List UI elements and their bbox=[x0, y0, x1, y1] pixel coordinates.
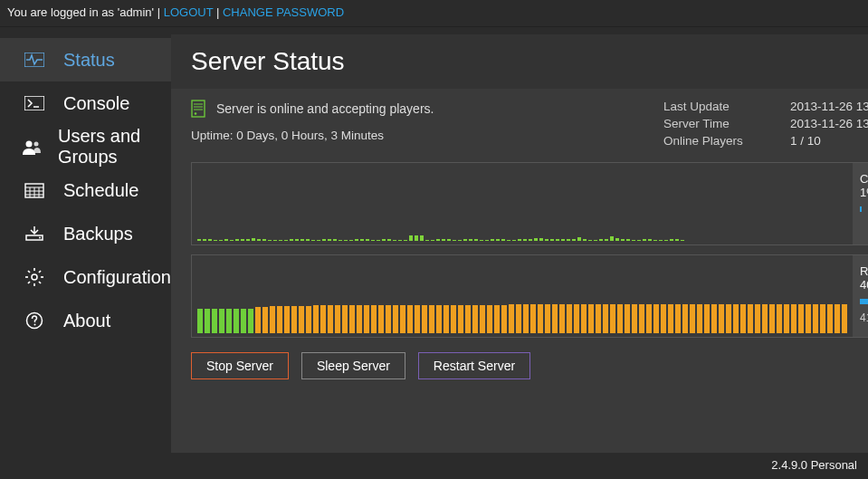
online-players-value: 1 / 10 bbox=[790, 134, 868, 148]
login-text-suffix: ' | bbox=[152, 5, 164, 19]
page-title: Server Status bbox=[191, 47, 345, 76]
last-update-value: 2013-11-26 13:27:29 bbox=[790, 100, 868, 113]
sidebar-item-schedule[interactable]: Schedule bbox=[0, 168, 171, 212]
sidebar-label-configuration: Configuration bbox=[63, 267, 171, 288]
svg-line-21 bbox=[39, 271, 41, 273]
ram-mini-bar bbox=[860, 299, 868, 304]
stop-server-button[interactable]: Stop Server bbox=[191, 352, 289, 379]
svg-point-14 bbox=[32, 274, 37, 280]
sidebar-label-schedule: Schedule bbox=[63, 180, 138, 201]
main-panel: Server Status Server is online and accep… bbox=[171, 34, 868, 453]
cpu-chart bbox=[192, 163, 853, 244]
svg-point-3 bbox=[26, 141, 33, 148]
svg-line-19 bbox=[28, 271, 30, 273]
svg-rect-1 bbox=[24, 96, 44, 110]
sidebar-item-configuration[interactable]: Configuration bbox=[0, 255, 171, 299]
sleep-server-button[interactable]: Sleep Server bbox=[301, 352, 405, 379]
change-password-link[interactable]: CHANGE PASSWORD bbox=[223, 5, 344, 19]
login-text-prefix: You are logged in as ' bbox=[7, 5, 119, 19]
ram-usage-label: RAM Usage: 40% bbox=[860, 264, 868, 292]
schedule-icon bbox=[22, 181, 47, 199]
server-time-label: Server Time bbox=[663, 117, 790, 130]
status-text: Server is online and accepting players. bbox=[216, 101, 434, 116]
svg-point-30 bbox=[195, 112, 197, 115]
status-row: Server is online and accepting players. … bbox=[171, 89, 868, 153]
gear-icon bbox=[22, 268, 47, 286]
sidebar-label-backups: Backups bbox=[63, 224, 133, 244]
ram-chart-side: RAM Usage: 40% 415/1024MB bbox=[853, 255, 868, 337]
topbar-sep: | bbox=[213, 5, 223, 19]
footer-version: 2.4.9.0 Personal bbox=[0, 453, 868, 477]
sidebar-label-about: About bbox=[63, 311, 110, 331]
cpu-chart-block: CPU Usage: 1% bbox=[191, 162, 868, 245]
sidebar-item-status[interactable]: Status bbox=[0, 38, 171, 81]
backups-icon bbox=[22, 225, 47, 243]
sidebar-item-console[interactable]: Console bbox=[0, 81, 171, 125]
sidebar-label-users: Users and Groups bbox=[58, 126, 171, 168]
sidebar-label-console: Console bbox=[63, 93, 129, 114]
page-header: Server Status bbox=[171, 34, 868, 89]
svg-rect-26 bbox=[192, 101, 205, 117]
status-icon bbox=[22, 51, 47, 69]
svg-point-24 bbox=[34, 324, 36, 326]
ram-chart bbox=[192, 255, 853, 337]
restart-server-button[interactable]: Restart Server bbox=[418, 352, 530, 379]
console-icon bbox=[22, 94, 47, 112]
cpu-chart-side: CPU Usage: 1% bbox=[853, 163, 868, 244]
server-icon bbox=[191, 100, 205, 118]
ram-usage-detail: 415/1024MB bbox=[860, 311, 868, 324]
about-icon bbox=[22, 311, 47, 330]
login-username: admin bbox=[119, 5, 151, 19]
svg-point-4 bbox=[34, 142, 39, 147]
sidebar-item-about[interactable]: About bbox=[0, 299, 171, 342]
ram-chart-block: RAM Usage: 40% 415/1024MB bbox=[191, 254, 868, 338]
server-time-value: 2013-11-26 13:27:29 bbox=[790, 117, 868, 130]
sidebar-item-users[interactable]: Users and Groups bbox=[0, 125, 171, 168]
svg-point-13 bbox=[39, 237, 41, 239]
last-update-label: Last Update bbox=[663, 100, 790, 113]
topbar: You are logged in as 'admin' | LOGOUT | … bbox=[0, 0, 868, 27]
cpu-usage-label: CPU Usage: 1% bbox=[860, 172, 868, 199]
sidebar-label-status: Status bbox=[63, 50, 115, 71]
logout-link[interactable]: LOGOUT bbox=[164, 5, 214, 19]
button-row: Stop Server Sleep Server Restart Server bbox=[171, 338, 868, 394]
cpu-mini-bar bbox=[860, 206, 862, 212]
online-players-label: Online Players bbox=[663, 134, 790, 148]
svg-line-20 bbox=[39, 282, 41, 283]
uptime-text: Uptime: 0 Days, 0 Hours, 3 Minutes bbox=[191, 129, 663, 142]
users-icon bbox=[22, 138, 42, 156]
sidebar-item-backups[interactable]: Backups bbox=[0, 212, 171, 255]
sidebar: Status Console Users and Groups Schedule… bbox=[0, 27, 171, 453]
svg-line-22 bbox=[28, 282, 30, 283]
